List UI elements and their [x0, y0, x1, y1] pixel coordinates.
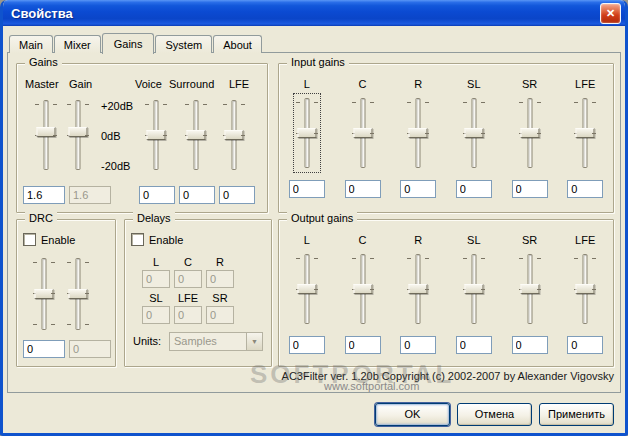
drc-value-input[interactable] [23, 340, 65, 358]
delay-lfe-input [174, 306, 202, 324]
input-gains-channels: L C R SL [279, 78, 613, 198]
close-button[interactable]: ✕ [600, 3, 621, 24]
delay-sr-input [206, 306, 234, 324]
slider-thumb[interactable] [464, 128, 483, 138]
output-sl-slider[interactable] [463, 252, 485, 326]
slider-thumb[interactable] [225, 130, 244, 140]
channel-label: L [304, 78, 310, 91]
channel-label: L [304, 234, 310, 247]
apply-button[interactable]: Применить [539, 403, 614, 426]
slider-thumb[interactable] [409, 284, 428, 294]
drc-power-slider[interactable] [67, 256, 89, 332]
surround-gain-input[interactable] [179, 186, 215, 204]
input-c-slider[interactable] [352, 96, 374, 170]
input-lfe-slider[interactable] [574, 96, 596, 170]
delay-c-label: C [174, 256, 202, 268]
output-r-slider[interactable] [407, 252, 429, 326]
gain-slider[interactable] [67, 98, 89, 172]
input-r-value[interactable] [400, 180, 436, 198]
output-sl-value[interactable] [456, 336, 492, 354]
slider-thumb[interactable] [37, 127, 56, 137]
slider-thumb[interactable] [576, 128, 595, 138]
input-channel-lfe: LFE [557, 78, 613, 198]
tab-mixer[interactable]: Mixer [54, 35, 101, 53]
output-lfe-value[interactable] [567, 336, 603, 354]
titlebar[interactable]: Свойства ✕ [3, 0, 625, 26]
output-gains-channels: L C R SL [279, 234, 613, 354]
slider-thumb[interactable] [520, 128, 539, 138]
cancel-button[interactable]: Отмена [457, 403, 532, 426]
tab-main[interactable]: Main [9, 35, 53, 53]
delay-l-input [142, 270, 170, 288]
channel-label: R [414, 78, 422, 91]
output-c-value[interactable] [345, 336, 381, 354]
output-sr-value[interactable] [512, 336, 548, 354]
input-sl-slider[interactable] [463, 96, 485, 170]
channel-label: LFE [575, 78, 595, 91]
slider-thumb[interactable] [464, 284, 483, 294]
delays-enable-label: Enable [149, 234, 183, 246]
drc-group: DRC Enable [16, 219, 116, 367]
slider-thumb[interactable] [147, 130, 166, 140]
slider-thumb[interactable] [297, 284, 316, 294]
input-c-value[interactable] [345, 180, 381, 198]
units-value: Samples [170, 333, 246, 350]
delay-c-input [174, 270, 202, 288]
drc-enable-checkbox[interactable] [23, 233, 36, 246]
output-sr-slider[interactable] [519, 252, 541, 326]
output-channel-c: C [335, 234, 391, 354]
input-r-slider[interactable] [407, 96, 429, 170]
input-sr-slider[interactable] [519, 96, 541, 170]
input-sr-value[interactable] [512, 180, 548, 198]
slider-thumb[interactable] [520, 284, 539, 294]
tab-about[interactable]: About [213, 35, 262, 53]
gains-group-title: Gains [25, 56, 62, 68]
channel-label: LFE [575, 234, 595, 247]
output-lfe-slider[interactable] [574, 252, 596, 326]
lfe-gain-input[interactable] [219, 186, 255, 204]
channel-label: SL [467, 234, 480, 247]
output-c-slider[interactable] [352, 252, 374, 326]
lfe-slider[interactable] [223, 98, 245, 172]
delay-r-input [206, 270, 234, 288]
slider-thumb[interactable] [576, 284, 595, 294]
master-column-label: Master [25, 78, 59, 90]
surround-slider[interactable] [185, 98, 207, 172]
tab-page-gains: Gains Master Gain Voice Surround LFE [7, 52, 621, 393]
drc-enable-row: Enable [23, 233, 75, 246]
tab-system[interactable]: System [155, 35, 212, 53]
input-lfe-value[interactable] [567, 180, 603, 198]
master-gain-input[interactable] [23, 186, 65, 204]
output-r-value[interactable] [400, 336, 436, 354]
output-l-slider[interactable] [296, 252, 318, 326]
drc-level-slider[interactable] [33, 256, 55, 332]
slider-thumb[interactable] [353, 128, 372, 138]
slider-thumb[interactable] [409, 128, 428, 138]
input-l-value[interactable] [289, 180, 325, 198]
input-sl-value[interactable] [456, 180, 492, 198]
output-channel-sr: SR [502, 234, 558, 354]
delays-enable-row: Enable [131, 233, 183, 246]
voice-slider[interactable] [145, 98, 167, 172]
slider-thumb[interactable] [187, 130, 206, 140]
delay-sl-input [142, 306, 170, 324]
master-slider[interactable] [35, 98, 57, 172]
lfe-column-label: LFE [229, 78, 249, 90]
ok-button[interactable]: OK [375, 403, 450, 426]
voice-gain-input[interactable] [139, 186, 175, 204]
slider-thumb[interactable] [69, 289, 88, 299]
output-channel-r: R [390, 234, 446, 354]
slider-thumb[interactable] [297, 128, 316, 138]
input-gains-group: Input gains L C R SL [278, 63, 614, 213]
output-l-value[interactable] [289, 336, 325, 354]
properties-window: Свойства ✕ Main Mixer Gains System About… [0, 0, 628, 436]
gain-input [69, 186, 111, 204]
slider-thumb[interactable] [353, 284, 372, 294]
tab-gains[interactable]: Gains [102, 33, 155, 54]
output-channel-lfe: LFE [557, 234, 613, 354]
slider-thumb[interactable] [69, 127, 88, 137]
delays-enable-checkbox[interactable] [131, 233, 144, 246]
surround-column-label: Surround [169, 78, 214, 90]
slider-thumb[interactable] [35, 289, 54, 299]
input-l-slider[interactable] [296, 96, 318, 170]
